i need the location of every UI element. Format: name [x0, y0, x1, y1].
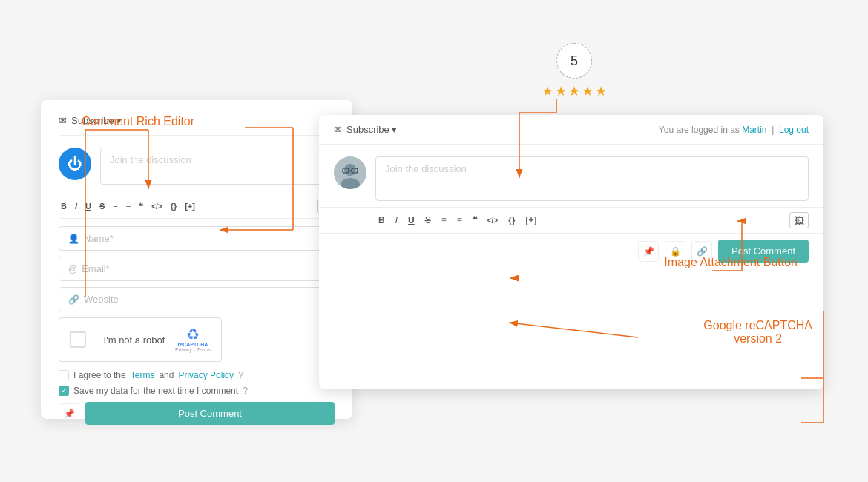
- front-strike-btn[interactable]: S: [422, 214, 434, 227]
- back-avatar: ⏻: [59, 148, 91, 180]
- back-italic-btn[interactable]: I: [73, 200, 79, 212]
- annotation-comment-rich-editor: Comment Rich Editor: [82, 115, 194, 128]
- back-pin-icon[interactable]: 📌: [59, 403, 79, 424]
- front-plus-btn[interactable]: [+]: [523, 214, 540, 227]
- back-strike-btn[interactable]: S: [97, 200, 107, 212]
- front-subscribe-dropdown[interactable]: Subscribe ▾: [346, 124, 397, 135]
- svg-point-19: [344, 164, 356, 176]
- terms-checkbox[interactable]: [59, 370, 69, 380]
- name-field[interactable]: 👤 Name*: [59, 226, 335, 251]
- star-5: ★: [595, 83, 607, 99]
- front-italic-btn[interactable]: I: [392, 214, 401, 227]
- front-bold-btn[interactable]: B: [375, 214, 388, 227]
- back-block-btn[interactable]: {}: [168, 200, 180, 212]
- save-help-icon[interactable]: ?: [243, 385, 248, 396]
- star-rating: ★ ★ ★ ★ ★: [542, 83, 607, 99]
- avatar-img: [334, 156, 366, 189]
- link-icon: 🔗: [68, 294, 79, 305]
- rating-number: 5: [556, 43, 592, 79]
- main-container: 5 ★ ★ ★ ★ ★ Comment Rich Editor Image At…: [0, 0, 868, 482]
- front-ol-btn[interactable]: ≡: [438, 214, 450, 227]
- save-data-row: ✓ Save my data for the next time I comme…: [59, 385, 335, 396]
- martin-link[interactable]: Martin: [742, 125, 766, 135]
- rating-section: 5 ★ ★ ★ ★ ★: [542, 43, 607, 99]
- star-1: ★: [542, 83, 553, 99]
- front-pin-icon[interactable]: 📌: [638, 241, 659, 262]
- front-underline-btn[interactable]: U: [405, 214, 418, 227]
- star-3: ★: [568, 83, 580, 99]
- star-4: ★: [582, 83, 594, 99]
- terms-help-icon[interactable]: ?: [238, 369, 243, 380]
- back-ol-btn[interactable]: ≡: [111, 200, 119, 212]
- back-toolbar: B I U S ≡ ≡ ❝ </> {} [+] 🖼: [59, 194, 335, 219]
- back-action-bar: 📌 Post Comment: [59, 402, 335, 425]
- front-toolbar: B I U S ≡ ≡ ❝ </> {} [+] 🖼: [319, 207, 823, 234]
- save-data-checkbox[interactable]: ✓: [59, 386, 69, 396]
- power-icon: ⏻: [68, 156, 82, 173]
- email-field[interactable]: @ Email*: [59, 257, 335, 281]
- back-underline-btn[interactable]: U: [83, 200, 93, 212]
- star-2: ★: [555, 83, 567, 99]
- back-post-comment-btn[interactable]: Post Comment: [85, 402, 335, 425]
- front-block-btn[interactable]: {}: [505, 214, 518, 227]
- terms-row: I agree to the Terms and Privacy Policy …: [59, 369, 335, 380]
- recaptcha-icon: ♻: [186, 327, 200, 342]
- back-comment-input[interactable]: Join the discussion: [100, 148, 335, 185]
- envelope-icon: ✉: [59, 115, 67, 126]
- front-comment-input[interactable]: Join the discussion: [375, 156, 809, 201]
- recaptcha-checkbox[interactable]: [70, 331, 86, 348]
- logout-link[interactable]: Log out: [779, 125, 809, 135]
- front-envelope-icon: ✉: [334, 124, 342, 135]
- front-card: ✉ Subscribe ▾ You are logged in as Marti…: [319, 115, 823, 389]
- back-bold-btn[interactable]: B: [59, 200, 69, 212]
- front-comment-area: Join the discussion: [319, 145, 823, 207]
- front-code-btn[interactable]: </>: [484, 215, 501, 226]
- website-field[interactable]: 🔗 Website: [59, 287, 335, 311]
- recaptcha-logo: ♻ reCAPTCHA Privacy - Terms: [175, 327, 211, 352]
- back-code-btn[interactable]: </>: [149, 201, 164, 212]
- terms-link[interactable]: Terms: [131, 370, 155, 380]
- at-icon: @: [68, 264, 77, 274]
- front-ul-btn[interactable]: ≡: [454, 214, 465, 227]
- annotation-image-attachment: Image Attachment Button: [664, 256, 798, 269]
- recaptcha-box[interactable]: I'm not a robot ♻ reCAPTCHA Privacy - Te…: [59, 317, 222, 362]
- front-quote-btn[interactable]: ❝: [470, 214, 480, 227]
- back-plus-btn[interactable]: [+]: [183, 200, 197, 212]
- user-icon: 👤: [68, 234, 79, 244]
- front-image-attach-btn[interactable]: 🖼: [789, 212, 809, 228]
- back-ul-btn[interactable]: ≡: [124, 200, 133, 212]
- front-subscribe-bar: ✉ Subscribe ▾ You are logged in as Marti…: [319, 115, 823, 145]
- back-quote-btn[interactable]: ❝: [137, 200, 145, 213]
- annotation-recaptcha: Google reCAPTCHA version 2: [703, 319, 812, 346]
- back-card: ✉ Subscribe ▾ ⏻ Join the discussion B I …: [41, 100, 352, 419]
- front-avatar: [334, 156, 366, 189]
- back-comment-area: ⏻ Join the discussion: [59, 148, 335, 185]
- logged-in-section: You are logged in as Martin | Log out: [659, 125, 809, 135]
- privacy-link[interactable]: Privacy Policy: [178, 370, 234, 380]
